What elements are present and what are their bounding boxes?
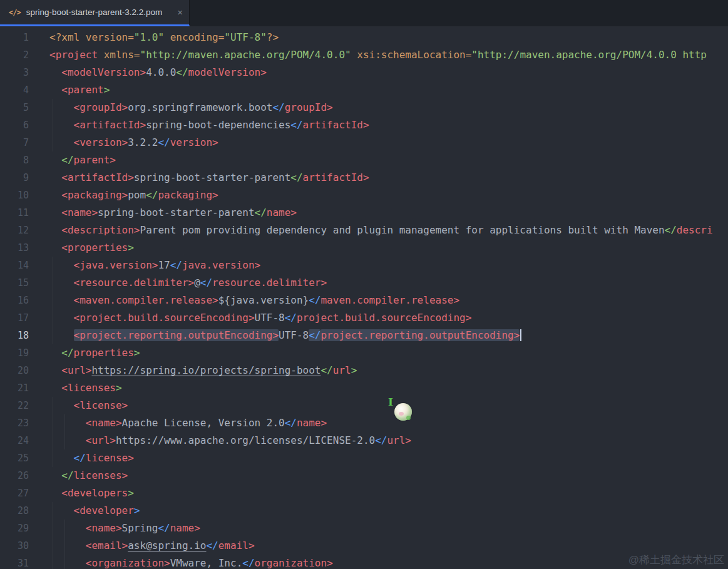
- code-line[interactable]: 28 <developer>: [0, 502, 728, 520]
- code-token: "http://maven.apache.org/POM/4.0.0": [140, 49, 351, 61]
- code-editor[interactable]: 1<?xml version="1.0" encoding="UTF-8"?>2…: [0, 26, 728, 569]
- code-token: organization>: [255, 557, 333, 569]
- line-number: 21: [0, 379, 29, 397]
- code-line[interactable]: 9 <artifactId>spring-boot-starter-parent…: [0, 169, 728, 187]
- code-line[interactable]: 17 <project.build.sourceEncoding>UTF-8</…: [0, 309, 728, 327]
- code-line[interactable]: 29 <name>Spring</name>: [0, 520, 728, 537]
- code-token: parent>: [74, 154, 116, 166]
- anime-avatar-cursor-icon: [394, 403, 412, 421]
- indent-guide: [53, 502, 53, 520]
- line-number: 30: [0, 537, 29, 555]
- code-line[interactable]: 12 <description>Parent pom providing dep…: [0, 222, 728, 239]
- code-line[interactable]: 25 </license>: [0, 449, 728, 467]
- code-token: </: [665, 224, 677, 236]
- line-number: 5: [0, 99, 29, 116]
- code-token: </: [309, 329, 320, 341]
- code-token: "http://maven.apache.org/POM/4.0.0 http: [471, 49, 707, 61]
- code-token: <artifactId>: [61, 172, 134, 183]
- code-token: </: [170, 259, 182, 271]
- code-token: </: [176, 66, 188, 78]
- code-line[interactable]: 27 <developers>: [0, 484, 728, 502]
- code-line[interactable]: 5 <groupId>org.springframework.boot</gro…: [0, 99, 728, 116]
- code-line[interactable]: 16 <maven.compiler.release>${java.versio…: [0, 292, 728, 309]
- code-token: </: [200, 277, 212, 289]
- indent-guide: [53, 449, 53, 467]
- code-token: <organization>: [86, 557, 170, 569]
- code-line[interactable]: 14 <java.version>17</java.version>: [0, 257, 728, 274]
- code-token: java.version>: [182, 259, 260, 271]
- line-number: 13: [0, 239, 29, 257]
- code-line[interactable]: 21 <licenses>: [0, 379, 728, 397]
- code-line[interactable]: 31 <organization>VMware, Inc.</organizat…: [0, 555, 728, 569]
- code-token: url>: [387, 434, 411, 446]
- line-number: 12: [0, 222, 29, 239]
- code-token: </: [285, 417, 297, 429]
- code-token: project.reporting.outputEncoding>: [320, 329, 520, 341]
- code-token: <license>: [74, 399, 128, 411]
- code-token: descri: [677, 224, 713, 236]
- indent-guide: [53, 537, 53, 555]
- code-token: >: [104, 84, 110, 96]
- code-token: "1.0": [134, 31, 164, 43]
- code-line[interactable]: 3 <modelVersion>4.0.0</modelVersion>: [0, 64, 728, 81]
- code-line[interactable]: 30 <email>ask@spring.io</email>: [0, 537, 728, 555]
- indent-guide: [53, 555, 53, 569]
- code-token: <packaging>: [61, 189, 128, 201]
- tab-pom-file[interactable]: </> spring-boot-starter-parent-3.2.2.pom…: [0, 0, 190, 26]
- line-number: 26: [0, 467, 29, 484]
- code-line[interactable]: 10 <packaging>pom</packaging>: [0, 187, 728, 204]
- code-line[interactable]: 15 <resource.delimiter>@</resource.delim…: [0, 274, 728, 292]
- code-line[interactable]: 26 </licenses>: [0, 467, 728, 484]
- ide-window: </> spring-boot-starter-parent-3.2.2.pom…: [0, 0, 728, 569]
- code-token: </: [242, 557, 254, 569]
- code-token: ${java.version}: [218, 294, 309, 306]
- code-line[interactable]: 22 <license>: [0, 397, 728, 414]
- tab-title: spring-boot-starter-parent-3.2.2.pom: [26, 8, 163, 17]
- line-number: 1: [0, 29, 29, 46]
- ibeam-cursor-icon: I: [388, 397, 393, 408]
- code-token: </: [146, 189, 158, 201]
- code-token: org.springframework.boot: [128, 101, 272, 113]
- code-line[interactable]: 2<project xmlns="http://maven.apache.org…: [0, 46, 728, 64]
- code-line[interactable]: 11 <name>spring-boot-starter-parent</nam…: [0, 204, 728, 222]
- code-token: >: [351, 364, 357, 376]
- code-line[interactable]: 23 <name>Apache License, Version 2.0</na…: [0, 414, 728, 432]
- line-number: 11: [0, 204, 29, 222]
- line-number: 24: [0, 432, 29, 449]
- code-token: resource.delimiter>: [212, 277, 327, 289]
- code-token: spring-boot-starter-parent: [98, 207, 254, 218]
- code-token: <project: [49, 49, 98, 61]
- code-token: <description>: [61, 224, 140, 236]
- tab-close-icon[interactable]: ×: [177, 8, 183, 17]
- indent-guide: [64, 432, 65, 449]
- indent-guide: [53, 397, 53, 414]
- code-line[interactable]: 24 <url>https://www.apache.org/licenses/…: [0, 432, 728, 449]
- indent-guide: [53, 292, 53, 309]
- indent-guide: [53, 274, 53, 292]
- code-token[interactable]: ask@spring.io: [128, 540, 206, 551]
- code-token: <version>: [74, 136, 128, 148]
- code-token: https://www.apache.org/licenses/LICENSE-…: [116, 434, 375, 446]
- code-line[interactable]: 19 </properties>: [0, 344, 728, 362]
- indent-guide: [64, 537, 65, 555]
- code-line[interactable]: 13 <properties>: [0, 239, 728, 257]
- code-token: </: [285, 312, 297, 324]
- code-token[interactable]: https://spring.io/projects/spring-boot: [91, 364, 320, 376]
- code-token: </: [375, 434, 387, 446]
- code-line[interactable]: 18 <project.reporting.outputEncoding>UTF…: [0, 327, 728, 344]
- code-token: <properties: [61, 242, 128, 254]
- code-line[interactable]: 4 <parent>: [0, 81, 728, 99]
- code-token: <name>: [86, 522, 122, 534]
- code-line[interactable]: 7 <version>3.2.2</version>: [0, 134, 728, 151]
- code-token: 4.0.0: [146, 66, 176, 78]
- code-line[interactable]: 1<?xml version="1.0" encoding="UTF-8"?>: [0, 29, 728, 46]
- code-token: <project.build.sourceEncoding>: [74, 312, 255, 324]
- code-line[interactable]: 6 <artifactId>spring-boot-dependencies</…: [0, 116, 728, 134]
- code-line[interactable]: 20 <url>https://spring.io/projects/sprin…: [0, 362, 728, 379]
- code-token: <resource.delimiter>: [74, 277, 195, 289]
- code-line[interactable]: 8 </parent>: [0, 151, 728, 169]
- code-token: project.build.sourceEncoding>: [297, 312, 471, 324]
- code-token: UTF-8: [279, 329, 309, 341]
- indent-guide: [53, 134, 53, 151]
- line-number: 23: [0, 414, 29, 432]
